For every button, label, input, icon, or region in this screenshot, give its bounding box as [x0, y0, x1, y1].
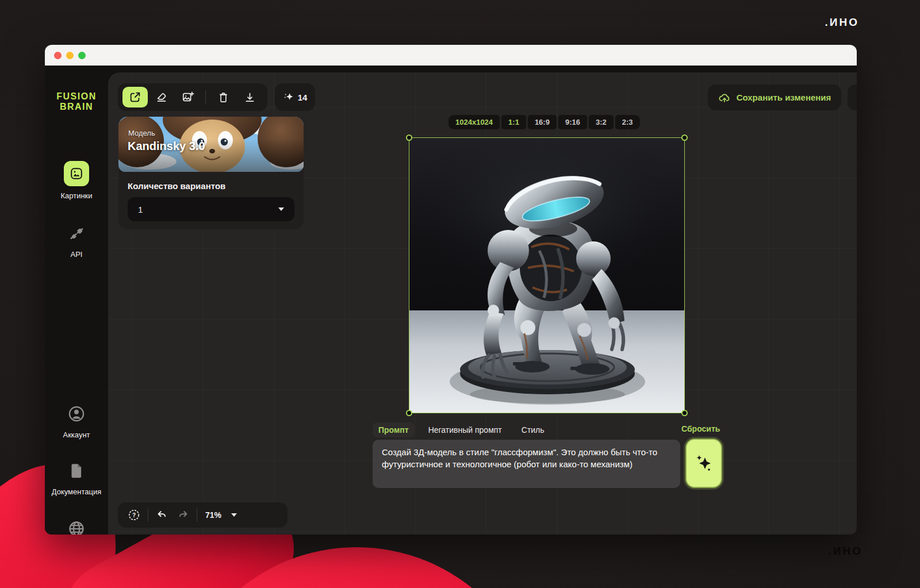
canvas-controls: ? 71% [118, 502, 288, 528]
chevron-down-icon [278, 207, 284, 211]
aspect-ratio-2-3[interactable]: 2:3 [615, 115, 640, 129]
resolution-bar: 1024x1024 1:1 16:9 9:16 3:2 2:3 [448, 115, 640, 129]
sidebar-item-label: Аккаунт [63, 431, 90, 439]
canvas-workspace[interactable]: 14 Сохранить изменения [108, 72, 857, 535]
document-icon [65, 459, 88, 482]
sidebar-item-label: Документация [52, 487, 102, 496]
export-tool-button[interactable] [122, 87, 148, 107]
image-icon [64, 161, 89, 186]
account-icon [65, 402, 88, 425]
toolbar-divider [205, 90, 206, 104]
toolbar-divider [148, 508, 148, 522]
undo-button[interactable] [152, 505, 172, 525]
eraser-tool-button[interactable] [149, 87, 174, 107]
aspect-ratio-1-1[interactable]: 1:1 [501, 115, 526, 129]
zoom-level-value: 71% [205, 510, 221, 520]
resolution-size: 1024x1024 [448, 115, 500, 129]
minimize-window-button[interactable] [66, 52, 74, 59]
redo-button[interactable] [172, 505, 193, 525]
zoom-window-button[interactable] [78, 52, 86, 59]
add-image-tool-button[interactable] [175, 87, 201, 107]
selection-handle-bottom-left[interactable] [406, 410, 412, 416]
app-window: FUSION BRAIN Картинки [45, 45, 857, 535]
sidebar-item-api[interactable]: API [45, 222, 108, 259]
sidebar-item-account[interactable]: Аккаунт [45, 402, 108, 439]
generate-button[interactable] [685, 439, 722, 488]
prompt-input[interactable]: Создай 3Д-модель в стиле "глассформизм".… [373, 440, 680, 488]
credits-value: 14 [298, 93, 308, 102]
tab-prompt[interactable]: Промпт [373, 422, 415, 437]
variants-count-value: 1 [138, 205, 278, 214]
selection-handle-top-left[interactable] [406, 134, 412, 141]
history-button[interactable] [852, 87, 857, 108]
header-icon-group [848, 84, 857, 110]
sidebar-item-docs[interactable]: Документация [45, 459, 108, 496]
aspect-ratio-9-16[interactable]: 9:16 [558, 115, 587, 129]
selection-handle-bottom-right[interactable] [681, 410, 688, 416]
aspect-ratio-3-2[interactable]: 3:2 [589, 115, 614, 129]
window-titlebar [45, 45, 857, 66]
globe-icon [65, 517, 88, 535]
svg-text:?: ? [132, 512, 136, 518]
download-tool-button[interactable] [237, 87, 262, 107]
sidebar-item-images[interactable]: Картинки [45, 161, 108, 200]
fusion-brain-logo: FUSION BRAIN [45, 91, 108, 112]
model-card: Модель Kandinsky 3.0 Количество варианто… [118, 117, 304, 229]
save-changes-button[interactable]: Сохранить изменения [708, 84, 841, 110]
toolbar-divider [197, 508, 197, 522]
model-cover-image[interactable]: Модель Kandinsky 3.0 [118, 117, 304, 172]
zoom-level-select[interactable] [227, 505, 241, 525]
prompt-tabs: Промпт Негативный промпт Стиль [373, 422, 550, 437]
desktop-brand-logo-top: .ИНО [825, 16, 859, 29]
variants-count-select[interactable]: 1 [128, 197, 294, 221]
plug-icon [65, 222, 88, 245]
chevron-down-icon [231, 513, 237, 517]
sparkle-icon [283, 91, 294, 103]
save-changes-label: Сохранить изменения [737, 93, 831, 102]
help-button[interactable]: ? [124, 505, 144, 525]
sidebar-item-label: Картинки [60, 191, 92, 200]
tab-style[interactable]: Стиль [516, 422, 550, 437]
generated-image[interactable] [409, 138, 684, 413]
aspect-ratio-16-9[interactable]: 16:9 [528, 115, 557, 129]
desktop-brand-logo-bottom: .ИНО [829, 545, 862, 558]
close-window-button[interactable] [54, 52, 62, 59]
reset-button[interactable]: Сбросить [681, 424, 720, 433]
sidebar-item-label: API [71, 250, 83, 259]
editor-toolbar [118, 83, 267, 111]
credits-counter[interactable]: 14 [275, 83, 315, 111]
model-name: Kandinsky 3.0 [128, 140, 205, 153]
model-label: Модель [128, 129, 155, 137]
variants-count-label: Количество вариантов [128, 181, 225, 191]
delete-tool-button[interactable] [210, 87, 236, 107]
sidebar: FUSION BRAIN Картинки [45, 66, 108, 535]
sparkles-icon [694, 452, 714, 475]
tab-negative-prompt[interactable]: Негативный промпт [423, 422, 508, 437]
selection-handle-top-right[interactable] [681, 134, 688, 141]
sidebar-item-language[interactable]: Русский [45, 517, 108, 535]
cloud-upload-icon [718, 91, 731, 104]
